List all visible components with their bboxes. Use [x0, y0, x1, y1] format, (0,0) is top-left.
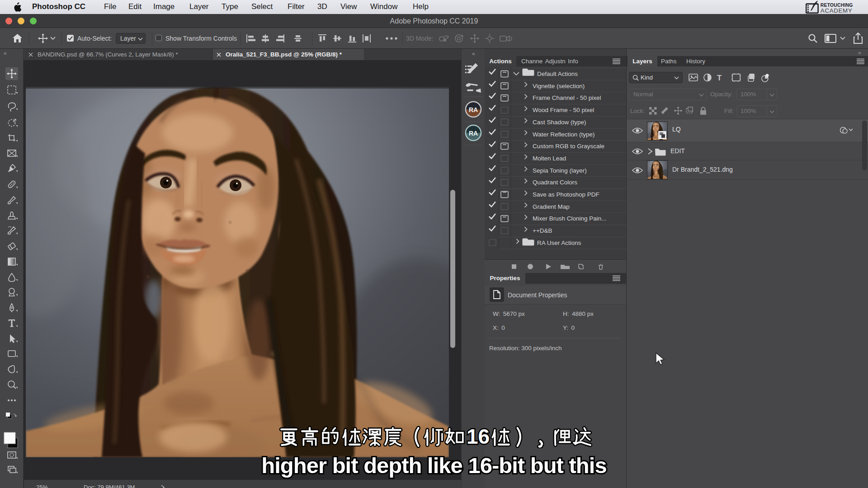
svg-text:Default Actions: Default Actions [537, 70, 578, 77]
svg-text:Vignette (selection): Vignette (selection) [533, 83, 585, 89]
svg-text:Custom RGB to Grayscale: Custom RGB to Grayscale [533, 143, 604, 150]
svg-text:Wood Frame - 50 pixel: Wood Frame - 50 pixel [533, 107, 594, 113]
svg-text:Frame Channel - 50 pixel: Frame Channel - 50 pixel [533, 94, 601, 101]
svg-text:Cast Shadow (type): Cast Shadow (type) [533, 119, 586, 126]
svg-text:RA: RA [469, 130, 478, 137]
svg-text:Save as Photoshop PDF: Save as Photoshop PDF [533, 191, 599, 198]
svg-text:++D&B: ++D&B [533, 227, 552, 234]
svg-text:16: 16 [467, 426, 490, 448]
svg-text:Water Reflection (type): Water Reflection (type) [533, 131, 595, 138]
svg-text:Sepia Toning (layer): Sepia Toning (layer) [533, 167, 587, 174]
svg-text:Gradient Map: Gradient Map [533, 203, 570, 210]
svg-text:Quadrant Colors: Quadrant Colors [533, 179, 577, 186]
svg-text:T: T [717, 74, 722, 82]
svg-text:Molten Lead: Molten Lead [533, 155, 566, 162]
svg-text:RA: RA [469, 106, 478, 113]
svg-text:ACADEMY: ACADEMY [821, 7, 852, 14]
svg-text:Mixer Brush Cloning Pain...: Mixer Brush Cloning Pain... [533, 215, 607, 222]
svg-text:RA User Actions: RA User Actions [537, 239, 581, 246]
